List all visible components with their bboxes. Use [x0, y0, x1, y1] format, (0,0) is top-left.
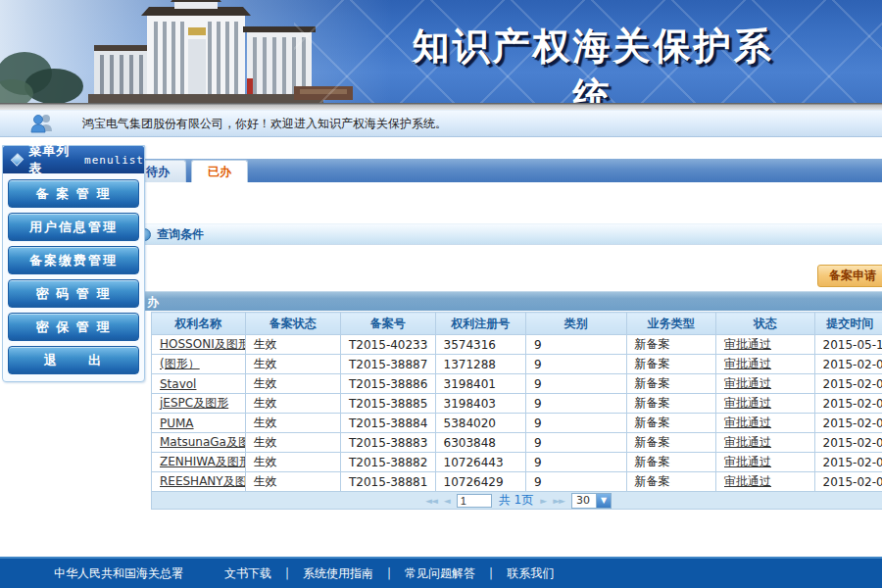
chevron-down-icon: ▼ [596, 494, 611, 508]
status-link[interactable]: 审批通过 [724, 357, 771, 370]
column-header: 权利名称 [152, 313, 246, 335]
sidebar-item-logout[interactable]: 退 出 [8, 346, 139, 374]
record-application-button[interactable]: 备案申请 [817, 265, 882, 287]
table-header-row: 权利名称备案状态备案号权利注册号类别业务类型状态提交时间 [152, 313, 882, 335]
main-content: 待办 已办 查询条件 备案申请 办 权利名称备案状态备案号权利注册号类别业务类型… [145, 159, 882, 588]
sidebar-title: 菜单列表 [28, 142, 78, 177]
right-name-link[interactable]: (图形） [160, 357, 200, 370]
table-cell: 2015-02-03 [814, 472, 882, 492]
table-cell: 新备案 [626, 472, 715, 492]
table-cell: 3198403 [435, 394, 525, 414]
footer-link-customs-administration[interactable]: 中华人民共和国海关总署 [54, 565, 183, 582]
table-cell: 9 [526, 472, 627, 492]
last-page-icon[interactable]: ►► [553, 496, 564, 506]
footer-link-document-download[interactable]: 文书下载 [224, 565, 271, 582]
table-cell: HOSSONI及图形 [152, 335, 246, 355]
right-name-link[interactable]: jESPC及图形 [160, 396, 228, 410]
table-cell: 新备案 [626, 394, 715, 414]
table-cell: PUMA [152, 414, 246, 433]
sidebar-item-record-management[interactable]: 备 案 管 理 [8, 179, 139, 208]
table-cell: 2015-02-04 [814, 394, 882, 414]
footer-link-faq[interactable]: 常见问题解答 [405, 565, 475, 582]
table-cell: 新备案 [626, 374, 715, 394]
sidebar-item-password-management[interactable]: 密 码 管 理 [8, 279, 139, 308]
page-size-value: 30 [572, 494, 596, 507]
table-cell: 生效 [245, 394, 341, 414]
status-link[interactable]: 审批通过 [724, 435, 771, 449]
status-link[interactable]: 审批通过 [724, 474, 771, 488]
footer-link-contact-us[interactable]: 联系我们 [507, 565, 554, 582]
right-name-link[interactable]: Stavol [160, 377, 196, 391]
table-cell: 2015-02-03 [814, 414, 882, 433]
table-cell: 新备案 [626, 453, 715, 472]
table-cell: 审批通过 [716, 433, 815, 453]
status-link[interactable]: 审批通过 [724, 337, 771, 351]
status-link[interactable]: 审批通过 [724, 416, 771, 429]
column-header: 提交时间 [814, 313, 882, 335]
table-cell: Stavol [152, 374, 246, 394]
app-header: 知识产权海关保护系统 [0, 0, 882, 103]
column-header: 类别 [526, 313, 627, 335]
table-row: PUMA生效T2015-3888453840209新备案审批通过2015-02-… [152, 414, 882, 433]
footer-link-user-guide[interactable]: 系统使用指南 [303, 565, 373, 582]
right-name-link[interactable]: ZENHIWA及图形 [160, 455, 245, 468]
status-link[interactable]: 审批通过 [724, 455, 771, 468]
footer-separator: | [387, 566, 391, 580]
pagination-bar: ◄◄ ◄ 共 1页 ► ►► 30 ▼ [151, 492, 882, 510]
table-cell: 3198401 [435, 374, 525, 394]
right-name-link[interactable]: PUMA [160, 416, 194, 430]
users-icon [29, 114, 55, 133]
right-name-link[interactable]: REESHANY及图形 [160, 474, 245, 488]
status-link[interactable]: 审批通过 [724, 396, 771, 410]
table-cell: 生效 [245, 453, 341, 472]
table-cell: 生效 [245, 433, 341, 453]
section-title-band: 办 [145, 291, 882, 311]
table-cell: 6303848 [435, 433, 525, 453]
table-cell: 生效 [245, 374, 341, 394]
column-header: 备案号 [341, 313, 436, 335]
table-cell: 9 [526, 374, 627, 394]
table-cell: REESHANY及图形 [152, 472, 246, 492]
footer-separator: | [285, 566, 289, 580]
first-page-icon[interactable]: ◄◄ [425, 496, 437, 506]
next-page-icon[interactable]: ► [540, 496, 546, 506]
total-pages-label: 共 1页 [499, 492, 533, 509]
table-row: MatsunaGa及图形生效T2015-3888363038489新备案审批通过… [152, 433, 882, 453]
page-number-input[interactable] [457, 494, 492, 508]
table-cell: 审批通过 [716, 335, 815, 355]
footer-separator: | [489, 566, 493, 580]
welcome-bar: 鸿宝电气集团股份有限公司，你好！欢迎进入知识产权海关保护系统。 [0, 110, 882, 137]
sidebar-item-record-payment-management[interactable]: 备案缴费管理 [8, 246, 139, 274]
table-row: REESHANY及图形生效T2015-38881107264299新备案审批通过… [152, 472, 882, 492]
table-row: (图形）生效T2015-3888713712889新备案审批通过2015-02-… [152, 355, 882, 374]
table-cell: 9 [526, 433, 627, 453]
table-row: HOSSONI及图形生效T2015-4023335743169新备案审批通过20… [152, 335, 882, 355]
table-cell: MatsunaGa及图形 [152, 433, 246, 453]
table-cell: T2015-38885 [341, 394, 436, 414]
table-cell: 生效 [245, 335, 341, 355]
column-header: 权利注册号 [435, 313, 525, 335]
column-header: 业务类型 [626, 313, 715, 335]
sidebar-item-security-management[interactable]: 密 保 管 理 [8, 313, 139, 341]
table-cell: 10726443 [435, 453, 525, 472]
right-name-link[interactable]: MatsunaGa及图形 [160, 435, 245, 449]
table-cell: 新备案 [626, 355, 715, 374]
table-body: HOSSONI及图形生效T2015-4023335743169新备案审批通过20… [152, 335, 882, 492]
page-size-select[interactable]: 30 ▼ [571, 493, 612, 509]
tab-completed[interactable]: 已办 [191, 160, 248, 182]
customs-building-image [0, 0, 392, 103]
results-table: 权利名称备案状态备案号权利注册号类别业务类型状态提交时间 HOSSONI及图形生… [151, 312, 882, 492]
status-link[interactable]: 审批通过 [724, 376, 771, 390]
previous-page-icon[interactable]: ◄ [444, 496, 450, 506]
tab-pending[interactable]: 待办 [145, 160, 186, 182]
table-cell: 2015-05-14 [814, 335, 882, 355]
column-header: 状态 [716, 313, 815, 335]
table-cell: T2015-38881 [341, 472, 436, 492]
diamond-icon [11, 153, 24, 167]
table-cell: 9 [526, 355, 627, 374]
query-conditions-bar: 查询条件 [145, 223, 882, 245]
table-cell: 9 [526, 394, 627, 414]
right-name-link[interactable]: HOSSONI及图形 [160, 337, 245, 351]
sidebar-item-user-info-management[interactable]: 用户信息管理 [8, 213, 139, 241]
table-cell: 审批通过 [716, 472, 815, 492]
